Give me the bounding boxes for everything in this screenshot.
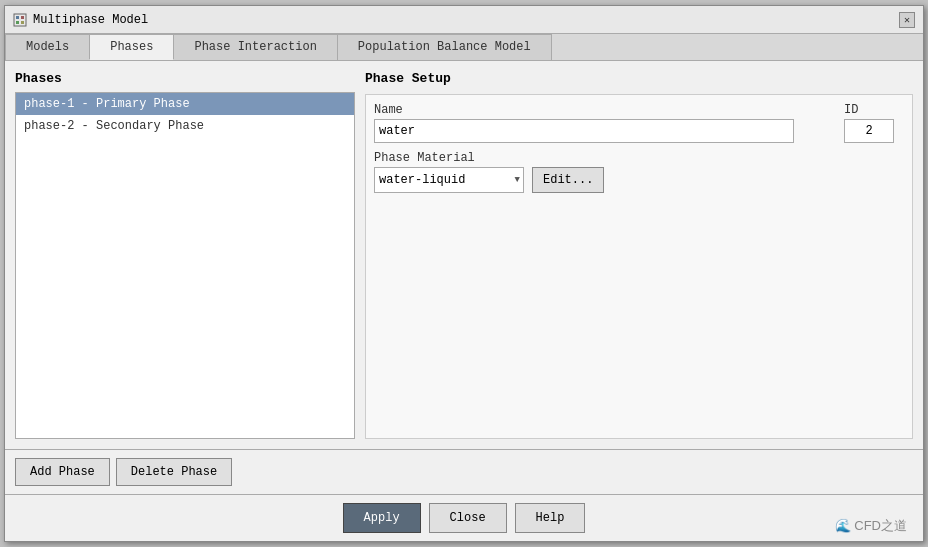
name-field-group: Name — [374, 103, 834, 143]
svg-rect-1 — [16, 16, 19, 19]
phases-list: phase-1 - Primary Phase phase-2 - Second… — [15, 92, 355, 439]
phase-item-2[interactable]: phase-2 - Secondary Phase — [16, 115, 354, 137]
svg-rect-2 — [21, 16, 24, 19]
title-bar: Multiphase Model ✕ — [5, 6, 923, 34]
left-panel: Phases phase-1 - Primary Phase phase-2 -… — [15, 71, 355, 439]
material-select-wrapper: water-liquid air — [374, 167, 524, 193]
phase-buttons: Add Phase Delete Phase — [15, 458, 232, 486]
title-bar-left: Multiphase Model — [13, 13, 148, 27]
tab-phase-interaction[interactable]: Phase Interaction — [173, 34, 337, 60]
add-phase-button[interactable]: Add Phase — [15, 458, 110, 486]
id-input[interactable] — [844, 119, 894, 143]
edit-material-button[interactable]: Edit... — [532, 167, 604, 193]
tab-phases[interactable]: Phases — [89, 34, 174, 60]
delete-phase-button[interactable]: Delete Phase — [116, 458, 232, 486]
footer-buttons: Apply Close Help — [343, 503, 586, 533]
phases-label: Phases — [15, 71, 355, 86]
id-field-group: ID — [844, 103, 904, 143]
tab-population-balance[interactable]: Population Balance Model — [337, 34, 552, 60]
svg-rect-4 — [21, 21, 24, 24]
tab-models[interactable]: Models — [5, 34, 90, 60]
name-input[interactable] — [374, 119, 794, 143]
close-button[interactable]: Close — [429, 503, 507, 533]
phase-setup-label: Phase Setup — [365, 71, 913, 86]
id-field-label: ID — [844, 103, 904, 117]
svg-rect-3 — [16, 21, 19, 24]
name-field-label: Name — [374, 103, 834, 117]
main-content: Phases phase-1 - Primary Phase phase-2 -… — [5, 61, 923, 449]
watermark: 🌊 CFD之道 — [835, 517, 907, 535]
help-button[interactable]: Help — [515, 503, 586, 533]
phase-setup-section: Name ID Phase Material water-liquid — [365, 94, 913, 439]
tabs-bar: Models Phases Phase Interaction Populati… — [5, 34, 923, 61]
footer: Apply Close Help 🌊 CFD之道 — [5, 494, 923, 541]
watermark-icon: 🌊 — [835, 518, 851, 533]
window-title: Multiphase Model — [33, 13, 148, 27]
close-window-button[interactable]: ✕ — [899, 12, 915, 28]
phase-item-1[interactable]: phase-1 - Primary Phase — [16, 93, 354, 115]
material-select[interactable]: water-liquid air — [374, 167, 524, 193]
app-icon — [13, 13, 27, 27]
apply-button[interactable]: Apply — [343, 503, 421, 533]
watermark-text: CFD之道 — [854, 518, 907, 533]
bottom-bar: Add Phase Delete Phase — [5, 449, 923, 494]
name-id-row: Name ID — [374, 103, 904, 143]
right-panel: Phase Setup Name ID Phase Material — [365, 71, 913, 439]
material-field-group: Phase Material water-liquid air Edit... — [374, 151, 904, 193]
material-field-label: Phase Material — [374, 151, 904, 165]
material-row: water-liquid air Edit... — [374, 167, 904, 193]
main-window: Multiphase Model ✕ Models Phases Phase I… — [4, 5, 924, 542]
svg-rect-0 — [14, 14, 26, 26]
